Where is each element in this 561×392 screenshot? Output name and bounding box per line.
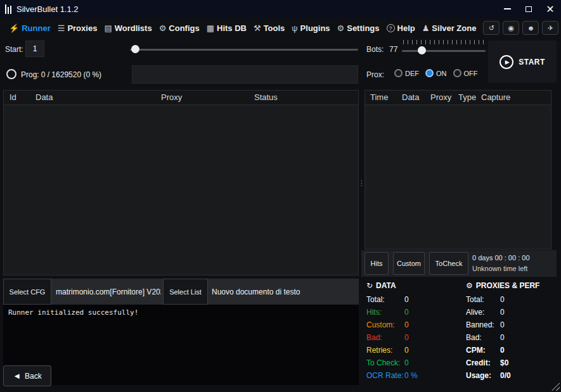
start-button[interactable]: ▶ START [488,41,557,83]
data-stats-title: DATA [376,281,396,290]
menu-silver-zone-label: Silver Zone [432,23,476,33]
refresh-icon: ↻ [366,281,373,290]
menu-configs-label: Configs [169,23,199,33]
proxy-radio-off[interactable]: OFF [453,69,478,77]
menu-configs[interactable]: ⚙ Configs [159,23,200,33]
credit-label: Credit: [466,359,500,367]
stat-bad-value: 0 [404,334,409,342]
col-id[interactable]: Id [10,92,16,102]
start-slider-track[interactable] [130,49,358,51]
back-arrow-icon: ◄ [13,371,21,381]
menu-tools-label: Tools [264,23,285,33]
titlebar: SilverBullet 1.1.2 ✕ [0,0,561,18]
start-slider-thumb[interactable] [131,45,139,53]
proxy-bad-label: Bad: [466,334,500,342]
select-list-button[interactable]: Select List [163,279,208,305]
telegram-icon[interactable]: ✈ [542,21,558,35]
stat-tocheck-label: To Check: [366,359,404,367]
bots-slider-ticks [403,40,486,44]
history-icon[interactable]: ↺ [483,21,500,35]
credit-value: $0 [500,359,508,367]
menu-help[interactable]: ? Help [387,23,415,33]
proxy-radio-def[interactable]: DEF [394,69,419,77]
table-splitter[interactable]: ⋮ [359,90,364,275]
stat-total-label: Total: [366,296,404,304]
tab-tocheck[interactable]: ToCheck [429,252,468,275]
col-hits-data[interactable]: Data [402,92,419,102]
settings-gear-icon: ⚙ [337,23,345,33]
menu-plugins[interactable]: ψ Plugins [292,23,330,33]
back-button[interactable]: ◄ Back [3,365,51,386]
runner-icon: ⚡ [9,23,19,33]
stat-retries-value: 0 [404,346,409,355]
close-button[interactable]: ✕ [539,0,561,18]
usage-value: 0/0 [500,372,511,380]
tab-custom[interactable]: Custom [393,252,425,275]
menu-tools[interactable]: ⚒ Tools [254,23,285,33]
start-slider[interactable] [130,44,358,54]
proxies-stats-header: ⚙ PROXIES & PERF [466,281,560,290]
menu-proxies-label: Proxies [67,23,97,33]
stat-hits-label: Hits: [366,308,404,317]
proxies-stats-title: PROXIES & PERF [476,281,540,290]
bots-slider[interactable] [402,46,486,56]
results-table: Id Data Proxy Status [3,90,359,275]
col-type[interactable]: Type [458,92,476,102]
col-capture[interactable]: Capture [481,92,510,102]
radio-off-icon [453,69,461,77]
tab-hits[interactable]: Hits [364,252,389,275]
menu-hits-db[interactable]: ▦ Hits DB [207,23,247,33]
discord-icon[interactable]: ☻ [522,21,539,35]
proxy-total-value: 0 [500,296,505,304]
menu-plugins-label: Plugins [300,23,330,33]
bots-slider-thumb[interactable] [418,46,426,54]
help-question-icon: ? [387,24,395,32]
col-hits-proxy[interactable]: Proxy [430,92,451,102]
tools-wrench-icon: ⚒ [254,23,261,33]
resize-grip[interactable] [551,383,560,391]
radio-off-label: OFF [464,70,478,77]
results-table-body[interactable] [4,104,358,275]
hits-table-body[interactable] [365,104,551,249]
proxy-mode-radio-group: DEF ON OFF [394,69,478,77]
hits-table-header: Time Data Proxy Type Capture [365,91,551,105]
plugins-plug-icon: ψ [292,23,297,33]
proxy-banned-value: 0 [500,321,505,329]
data-stats-header: ↻ DATA [366,281,461,290]
proxy-stat-bad: Bad:0 [466,334,560,342]
log-area[interactable]: Runner initialized succesfully! ▲ ▼ [3,305,359,385]
col-status[interactable]: Status [254,92,278,102]
col-data[interactable]: Data [35,92,53,102]
proxy-stat-banned: Banned:0 [466,321,560,329]
maximize-button[interactable] [518,0,539,18]
bots-label: Bots: [366,45,384,54]
col-time[interactable]: Time [370,92,388,102]
elapsed-time: 0 days 00 : 00 : 00 [472,253,530,263]
menu-settings[interactable]: ⚙ Settings [337,23,380,33]
proxies-stats-panel: ⚙ PROXIES & PERF Total:0 Alive:0 Banned:… [466,281,560,380]
proxy-total-label: Total: [466,296,500,304]
progress-radio[interactable] [6,69,16,79]
menu-silver-zone[interactable]: ♟ Silver Zone [422,23,477,33]
menu-runner[interactable]: ⚡ Runner [9,23,51,33]
usage-label: Usage: [466,372,500,380]
select-cfg-button[interactable]: Select CFG [3,279,51,305]
col-proxy[interactable]: Proxy [161,92,182,102]
minimize-icon [504,8,511,9]
progress-text: Prog: 0 / 1629520 (0 %) [21,70,101,79]
current-data-field[interactable] [132,65,358,84]
wordlists-icon: ▤ [104,23,112,33]
silver-zone-pin-icon: ♟ [422,23,430,33]
minimize-button[interactable] [496,0,518,18]
menu-proxies[interactable]: ☰ Proxies [58,23,98,33]
bots-slider-track[interactable] [402,50,486,52]
camera-icon[interactable]: ◉ [503,21,519,35]
menu-settings-label: Settings [347,23,379,33]
start-input[interactable] [25,41,44,57]
proxy-radio-on[interactable]: ON [425,69,447,77]
menu-wordlists[interactable]: ▤ Wordlists [104,23,152,33]
stat-hits-value: 0 [404,308,409,317]
stat-custom-value: 0 [404,321,409,329]
proxy-alive-value: 0 [500,308,505,317]
proxies-icon: ☰ [58,23,65,33]
